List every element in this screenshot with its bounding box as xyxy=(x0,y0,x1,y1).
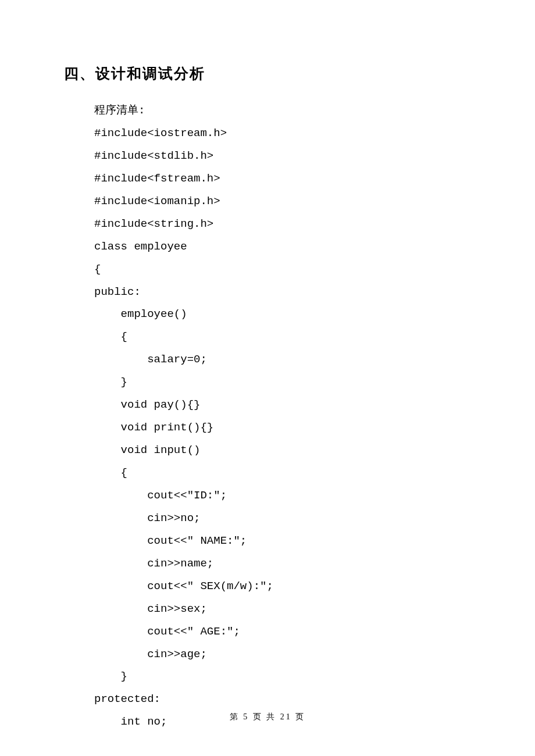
code-line: #include<fstream.h> xyxy=(94,167,471,190)
code-line: void pay(){} xyxy=(94,394,471,416)
code-line: } xyxy=(94,371,471,394)
code-line: cin>>sex; xyxy=(94,598,471,621)
code-line: cout<<" SEX(m/w):"; xyxy=(94,575,471,598)
code-line: #include<string.h> xyxy=(94,213,471,236)
page-footer: 第 5 页 共 21 页 xyxy=(0,712,535,722)
code-line: salary=0; xyxy=(94,348,471,371)
code-line: } xyxy=(94,665,471,688)
code-line: cout<<" AGE:"; xyxy=(94,621,471,643)
code-line: 程序清单: xyxy=(94,99,471,122)
code-line: { xyxy=(94,462,471,484)
code-content: 程序清单: #include<iostream.h> #include<stdl… xyxy=(64,99,471,733)
section-heading: 四、设计和调试分析 xyxy=(64,64,471,83)
code-line: employee() xyxy=(94,303,471,326)
code-line: #include<iostream.h> xyxy=(94,122,471,145)
code-line: #include<stdlib.h> xyxy=(94,145,471,167)
code-line: { xyxy=(94,326,471,348)
code-line: void input() xyxy=(94,439,471,462)
code-line: cout<<" NAME:"; xyxy=(94,530,471,552)
code-line: cin>>name; xyxy=(94,552,471,575)
code-line: #include<iomanip.h> xyxy=(94,190,471,213)
code-line: cin>>no; xyxy=(94,507,471,530)
code-line: void print(){} xyxy=(94,416,471,439)
code-line: protected: xyxy=(94,688,471,711)
code-line: public: xyxy=(94,281,471,304)
code-line: { xyxy=(94,258,471,281)
code-line: cout<<"ID:"; xyxy=(94,484,471,507)
code-line: cin>>age; xyxy=(94,643,471,666)
code-line: class employee xyxy=(94,236,471,258)
